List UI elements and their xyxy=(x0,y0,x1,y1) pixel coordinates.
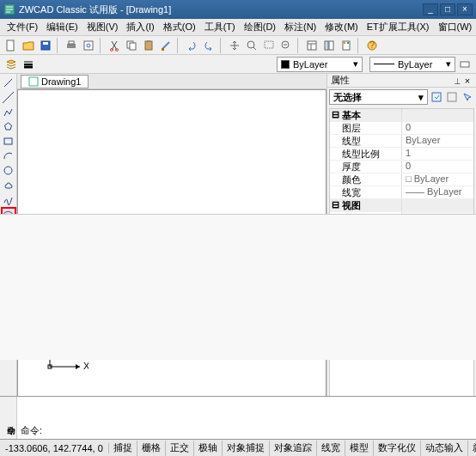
redo-button[interactable] xyxy=(201,38,217,53)
polar-toggle[interactable]: 极轴 xyxy=(194,441,223,456)
toolpal-button[interactable] xyxy=(339,38,354,53)
menu-window[interactable]: 窗口(W) xyxy=(435,21,476,33)
prop-row[interactable]: 线宽—— ByLayer xyxy=(330,186,473,199)
prop-row[interactable]: 图层0 xyxy=(330,122,473,135)
svg-rect-27 xyxy=(4,138,12,144)
svg-rect-6 xyxy=(84,41,93,50)
selection-row: 无选择▾ xyxy=(327,88,476,106)
menu-view[interactable]: 视图(V) xyxy=(83,21,122,33)
color-combo[interactable]: ByLayer▾ xyxy=(277,57,363,72)
polygon-tool[interactable] xyxy=(1,119,16,133)
command-line[interactable]: 命令: xyxy=(17,397,476,439)
svg-rect-5 xyxy=(69,41,74,44)
select-obj-icon[interactable] xyxy=(461,90,474,104)
cmdside-label: 助命令 xyxy=(0,397,17,439)
otrack-toggle[interactable]: 对象追踪 xyxy=(270,441,317,456)
panel-header: 属性 ⟂ × xyxy=(327,74,476,88)
zoom-prev-button[interactable] xyxy=(278,38,294,53)
layer-manager-button[interactable] xyxy=(3,57,19,72)
svg-rect-3 xyxy=(43,42,48,45)
dwg-icon xyxy=(28,76,39,87)
prop-group-视图[interactable]: ⊟视图 xyxy=(330,199,473,212)
line-tool[interactable] xyxy=(1,76,16,89)
arc-tool[interactable] xyxy=(1,149,16,162)
print-button[interactable] xyxy=(64,38,79,53)
matchprop-button[interactable] xyxy=(158,38,174,53)
pickadd-icon[interactable] xyxy=(445,90,459,104)
lineweight-button[interactable] xyxy=(21,57,36,72)
svg-rect-14 xyxy=(162,48,164,51)
svg-rect-11 xyxy=(130,43,136,50)
svg-rect-19 xyxy=(325,41,328,50)
ortho-toggle[interactable]: 正交 xyxy=(166,441,194,456)
save-button[interactable] xyxy=(38,38,53,53)
svg-rect-42 xyxy=(448,93,456,101)
doc-tab-drawing1[interactable]: Drawing1 xyxy=(21,75,88,88)
selection-combo[interactable]: 无选择▾ xyxy=(329,89,428,105)
rectangle-tool[interactable] xyxy=(1,134,16,148)
undo-button[interactable] xyxy=(184,38,199,53)
layer-toolbar: ByLayer▾ ByLayer▾ xyxy=(0,55,476,74)
zoom-rt-button[interactable] xyxy=(244,38,259,53)
menu-dim[interactable]: 标注(N) xyxy=(281,21,320,33)
lower-canvas xyxy=(0,214,476,360)
new-button[interactable] xyxy=(3,38,19,53)
quickselect-icon[interactable] xyxy=(430,90,443,104)
close-button[interactable]: × xyxy=(457,3,473,15)
document-tabs: Drawing1 xyxy=(17,74,326,89)
panel-close-icon[interactable]: × xyxy=(462,76,473,86)
svg-rect-41 xyxy=(432,93,441,101)
prop-row[interactable]: 线型ByLayer xyxy=(330,135,473,148)
dyn-toggle[interactable]: 动态输入 xyxy=(421,441,468,456)
svg-rect-13 xyxy=(147,40,150,42)
menu-format[interactable]: 格式(O) xyxy=(160,21,199,33)
pin-icon[interactable]: ⟂ xyxy=(452,76,462,86)
circle-tool[interactable] xyxy=(1,163,16,177)
preview-button[interactable] xyxy=(81,38,96,53)
grid-toggle[interactable]: 栅格 xyxy=(137,441,166,456)
menu-et[interactable]: ET扩展工具(X) xyxy=(363,21,433,33)
cmd-prompt: 命令: xyxy=(21,424,473,437)
pan-button[interactable] xyxy=(227,38,242,53)
app-icon xyxy=(3,3,15,15)
linetype-combo[interactable]: ByLayer▾ xyxy=(369,57,455,72)
coords-readout[interactable]: -133.0606, 142.7744, 0 xyxy=(0,443,109,453)
center-panel: Drawing1 Y X |◀ ◀ ▶ ▶| Model 布局1 布局2 xyxy=(17,74,326,420)
model-toggle[interactable]: 模型 xyxy=(345,441,374,456)
ready-status: 就绪 xyxy=(468,441,476,456)
command-area: 助命令 命令: xyxy=(0,396,476,439)
copy-button[interactable] xyxy=(124,38,139,53)
lwt-toggle[interactable]: 线宽 xyxy=(317,441,345,456)
spline-tool[interactable] xyxy=(1,192,16,206)
menu-tools[interactable]: 工具(T) xyxy=(201,21,239,33)
menu-file[interactable]: 文件(F) xyxy=(3,21,41,33)
designcenter-button[interactable] xyxy=(321,38,337,53)
prop-row[interactable]: 线型比例1 xyxy=(330,148,473,161)
properties-button[interactable] xyxy=(304,38,320,53)
menubar: 文件(F) 编辑(E) 视图(V) 插入(I) 格式(O) 工具(T) 绘图(D… xyxy=(0,19,476,36)
help-button[interactable]: ? xyxy=(364,38,380,53)
prop-row[interactable]: 颜色□ ByLayer xyxy=(330,173,473,186)
prop-group: 视图 xyxy=(340,199,402,211)
menu-insert[interactable]: 插入(I) xyxy=(123,21,157,33)
zoom-win-button[interactable] xyxy=(261,38,277,53)
snap-toggle[interactable]: 捕捉 xyxy=(109,441,137,456)
paste-button[interactable] xyxy=(141,38,156,53)
pline-tool[interactable] xyxy=(1,105,16,119)
osnap-toggle[interactable]: 对象捕捉 xyxy=(223,441,270,456)
open-button[interactable] xyxy=(21,38,36,53)
cut-button[interactable] xyxy=(107,38,122,53)
revcloud-tool[interactable] xyxy=(1,178,16,192)
svg-rect-4 xyxy=(67,44,76,48)
tablet-toggle[interactable]: 数字化仪 xyxy=(374,441,421,456)
prop-group-基本[interactable]: ⊟基本 xyxy=(330,109,473,122)
maximize-button[interactable]: □ xyxy=(440,3,455,15)
svg-rect-16 xyxy=(265,41,273,48)
menu-modify[interactable]: 修改(M) xyxy=(321,21,362,33)
xline-tool[interactable] xyxy=(1,90,16,104)
minimize-button[interactable]: _ xyxy=(423,3,438,15)
menu-draw[interactable]: 绘图(D) xyxy=(241,21,279,33)
linetype-mgr-button[interactable] xyxy=(457,57,473,72)
menu-edit[interactable]: 编辑(E) xyxy=(43,21,82,33)
prop-row[interactable]: 厚度0 xyxy=(330,161,473,173)
